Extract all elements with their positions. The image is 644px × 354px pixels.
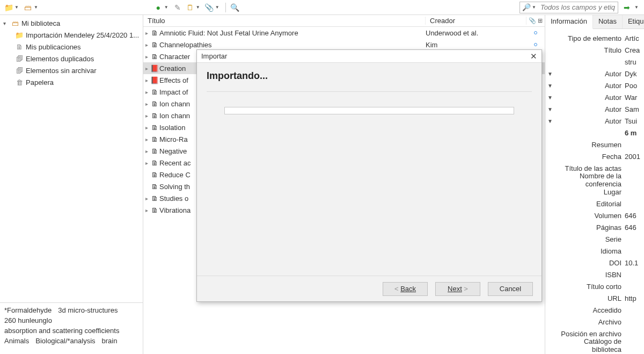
metadata-row[interactable]: Lugar xyxy=(546,186,643,198)
new-library-dropdown[interactable]: ▼ xyxy=(34,5,38,10)
new-note-icon[interactable]: 🗒 xyxy=(185,2,195,13)
metadata-row[interactable]: Páginas646 xyxy=(546,221,643,233)
metadata-row[interactable]: Nombre de la conferencia xyxy=(546,174,643,186)
metadata-value[interactable]: 646 xyxy=(625,223,643,232)
twisty-right-icon[interactable]: ▸ xyxy=(143,30,150,36)
chevron-down-icon[interactable]: ▼ xyxy=(546,83,554,89)
metadata-row[interactable]: Archivo xyxy=(546,316,643,328)
metadata-value[interactable]: Artíc xyxy=(625,34,643,42)
wand-icon[interactable]: ✎ xyxy=(172,2,183,13)
metadata-row[interactable]: Idioma xyxy=(546,245,643,257)
new-collection-icon[interactable]: 📁 xyxy=(3,2,14,13)
metadata-row[interactable]: ▼AutorPoo xyxy=(546,80,643,91)
twisty-down-icon[interactable]: ▾ xyxy=(3,20,9,26)
tag-item[interactable]: 3d micro-structures xyxy=(58,306,118,314)
tab-notes[interactable]: Notas xyxy=(593,15,623,28)
metadata-value[interactable]: stru xyxy=(625,58,643,66)
twisty-right-icon[interactable]: ▸ xyxy=(143,160,150,166)
tab-tags[interactable]: Etiquet xyxy=(623,15,644,28)
collection-item[interactable]: 📁 Importación Mendeley 25/4/2020 1... xyxy=(0,29,143,41)
metadata-row[interactable]: Resumen xyxy=(546,139,643,150)
metadata-value[interactable]: Poo xyxy=(625,82,643,90)
metadata-row[interactable]: Volumen646 xyxy=(546,209,643,221)
metadata-value[interactable]: 6 m xyxy=(625,129,643,137)
metadata-row[interactable]: 6 m xyxy=(546,127,643,139)
metadata-row[interactable]: Accedido xyxy=(546,304,643,316)
twisty-right-icon[interactable]: ▸ xyxy=(143,101,150,107)
tag-item[interactable]: absorption and scattering coefficients xyxy=(4,327,138,335)
search-input[interactable] xyxy=(540,3,631,11)
header-title[interactable]: Título xyxy=(143,17,426,25)
unfiled-items[interactable]: 🗐 Elementos sin archivar xyxy=(0,64,143,76)
new-item-icon[interactable]: ● xyxy=(153,2,164,13)
twisty-right-icon[interactable]: ▸ xyxy=(143,196,150,201)
twisty-right-icon[interactable]: ▸ xyxy=(143,54,150,60)
metadata-value[interactable]: War xyxy=(625,93,643,102)
metadata-value[interactable]: 10.1 xyxy=(625,259,643,267)
metadata-row[interactable]: Fecha2001 xyxy=(546,150,643,162)
twisty-right-icon[interactable]: ▸ xyxy=(143,148,150,154)
item-row[interactable]: ▸🗎Amniotic Fluid: Not Just Fetal Urine A… xyxy=(143,27,545,39)
twisty-right-icon[interactable]: ▸ xyxy=(143,113,150,119)
new-note-dropdown[interactable]: ▼ xyxy=(196,5,200,10)
cancel-button[interactable]: Cancel xyxy=(488,282,533,296)
metadata-value[interactable]: 2001 xyxy=(625,153,643,161)
twisty-right-icon[interactable]: ▸ xyxy=(143,42,150,48)
header-extra-columns[interactable]: 📎 ⊞ xyxy=(526,17,545,24)
attachment-dropdown[interactable]: ▼ xyxy=(215,5,219,10)
metadata-row[interactable]: stru xyxy=(546,56,643,68)
twisty-right-icon[interactable]: ▸ xyxy=(143,125,150,131)
metadata-row[interactable]: ▼AutorDyk xyxy=(546,68,643,80)
back-button[interactable]: < Back xyxy=(383,282,428,296)
metadata-value[interactable]: Tsui xyxy=(625,117,643,125)
metadata-row[interactable]: TítuloCrea xyxy=(546,44,643,56)
tag-item[interactable]: 260 hunleunglo xyxy=(4,316,138,324)
metadata-row[interactable]: Editorial xyxy=(546,198,643,209)
metadata-row[interactable]: URLhttp xyxy=(546,292,643,304)
new-item-dropdown[interactable]: ▼ xyxy=(164,5,169,10)
library-root[interactable]: ▾ 🗃 Mi biblioteca xyxy=(0,17,143,29)
new-library-icon[interactable]: 🗃 xyxy=(23,2,33,13)
twisty-right-icon[interactable]: ▸ xyxy=(143,89,150,95)
metadata-row[interactable]: Tipo de elementoArtíc xyxy=(546,32,643,44)
tag-item[interactable]: Biological/*analysis xyxy=(35,337,95,345)
metadata-value[interactable]: Dyk xyxy=(625,70,643,78)
advanced-search-icon[interactable]: 🔍 xyxy=(230,2,240,13)
locate-dropdown[interactable]: ▼ xyxy=(634,5,639,10)
tag-item[interactable]: *Formaldehyde xyxy=(4,306,52,314)
locate-icon[interactable]: ➡ xyxy=(621,2,632,13)
search-mode-dropdown[interactable]: ▼ xyxy=(532,5,536,10)
metadata-value[interactable]: 646 xyxy=(625,212,643,220)
metadata-row[interactable]: ▼AutorSam xyxy=(546,103,643,115)
chevron-down-icon[interactable]: ▼ xyxy=(546,118,554,124)
chevron-down-icon[interactable]: ▼ xyxy=(546,71,554,77)
twisty-right-icon[interactable]: ▸ xyxy=(143,77,150,83)
header-creator[interactable]: Creador xyxy=(426,17,526,25)
next-button[interactable]: Next > xyxy=(435,282,480,296)
twisty-right-icon[interactable]: ▸ xyxy=(143,66,150,71)
metadata-value[interactable]: Sam xyxy=(625,105,643,113)
trash-item[interactable]: 🗑 Papelera xyxy=(0,76,143,88)
my-publications-item[interactable]: 🗎 Mis publicaciones xyxy=(0,41,143,53)
metadata-row[interactable]: Serie xyxy=(546,233,643,245)
tag-item[interactable]: brain xyxy=(102,337,118,345)
chevron-down-icon[interactable]: ▼ xyxy=(546,106,554,112)
metadata-value[interactable]: http xyxy=(625,294,643,302)
metadata-row[interactable]: ISBN xyxy=(546,269,643,280)
metadata-row[interactable]: ▼AutorTsui xyxy=(546,115,643,127)
item-row[interactable]: ▸🗎ChannelopathiesKim xyxy=(143,39,545,50)
metadata-row[interactable]: Catálogo de biblioteca xyxy=(546,339,643,351)
tag-item[interactable]: Animals xyxy=(4,337,29,345)
tab-info[interactable]: Información xyxy=(545,15,593,29)
attachment-icon[interactable]: 📎 xyxy=(204,2,215,13)
twisty-right-icon[interactable]: ▸ xyxy=(143,136,150,142)
metadata-row[interactable]: Título corto xyxy=(546,280,643,292)
metadata-row[interactable]: ▼AutorWar xyxy=(546,91,643,103)
duplicate-items[interactable]: 🗐 Elementos duplicados xyxy=(0,53,143,64)
chevron-down-icon[interactable]: ▼ xyxy=(546,95,554,100)
search-box[interactable]: 🔎 ▼ xyxy=(519,2,618,13)
twisty-right-icon[interactable]: ▸ xyxy=(143,207,150,213)
metadata-value[interactable]: Crea xyxy=(625,46,643,54)
close-icon[interactable]: ✕ xyxy=(530,52,537,61)
metadata-row[interactable]: DOI10.1 xyxy=(546,257,643,269)
